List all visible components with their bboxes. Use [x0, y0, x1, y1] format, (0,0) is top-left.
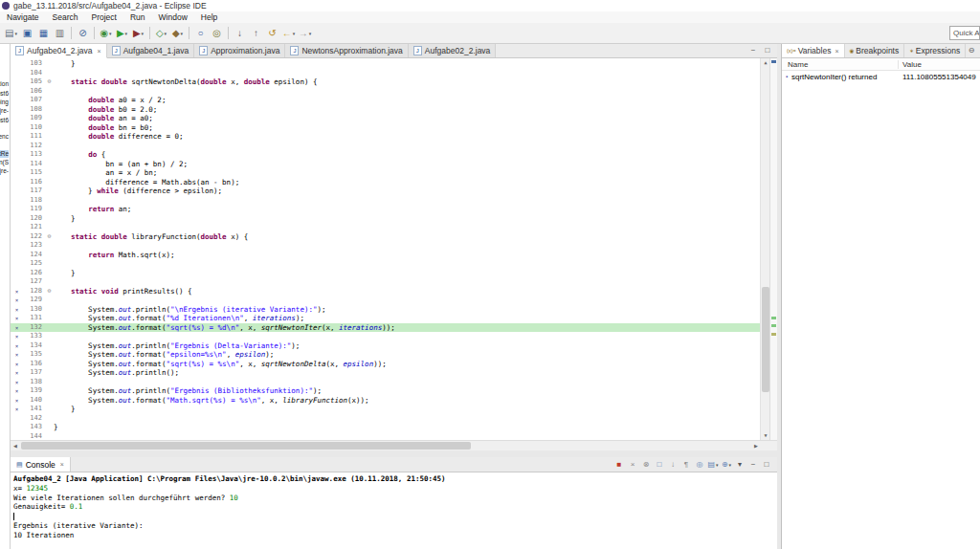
code-line-117[interactable]: 117 } while (difference > epsilon);: [11, 187, 761, 196]
tab-close-icon[interactable]: ×: [835, 48, 838, 55]
code-line-126[interactable]: 126 }: [11, 269, 761, 278]
code-line-103[interactable]: 103 }: [11, 59, 761, 69]
toolbar-new-java-class-icon[interactable]: ◇▾: [154, 26, 168, 41]
console-maximize-icon[interactable]: □: [761, 458, 772, 471]
code-line-139[interactable]: ×139 System.out.println("Ergebnis (Bibli…: [11, 386, 761, 396]
tab-close-icon[interactable]: ×: [60, 461, 64, 468]
line-marker-icon[interactable]: ×: [11, 323, 23, 333]
toolbar-new-dropdown-icon[interactable]: ▾: [14, 26, 17, 41]
left-strip-item[interactable]: hain(S: [0, 159, 9, 166]
line-marker-icon[interactable]: ×: [11, 305, 23, 315]
code-line-133[interactable]: ×133: [11, 332, 761, 341]
menu-run[interactable]: Run: [123, 12, 152, 22]
editor-minimize-icon[interactable]: −: [748, 45, 758, 56]
menu-search[interactable]: Search: [46, 12, 85, 22]
console-remove-all-launches-icon[interactable]: ⊗: [640, 458, 652, 471]
code-line-143[interactable]: 143}: [11, 423, 761, 432]
console-body[interactable]: Aufgabe04_2 [Java Application] C:\Progra…: [11, 472, 777, 549]
scroll-right-arrow-icon[interactable]: ▶: [751, 441, 761, 450]
line-marker-icon[interactable]: ×: [11, 396, 23, 406]
code-line-138[interactable]: ×138: [11, 378, 761, 387]
code-line-109[interactable]: 109 double an = a0;: [11, 114, 761, 123]
tab-aufgabe04_1-java[interactable]: JAufgabe04_1.java: [107, 44, 195, 57]
code-line-127[interactable]: 127: [11, 277, 761, 287]
editor-horizontal-scrollbar[interactable]: ◀ ▶: [11, 440, 777, 450]
toolbar-previous-annotation-icon[interactable]: ↑: [249, 26, 263, 41]
code-line-111[interactable]: 111 double difference = 0;: [11, 132, 761, 142]
code-line-137[interactable]: ×137 System.out.println();: [11, 368, 761, 378]
overview-mark[interactable]: [771, 333, 776, 336]
code-line-136[interactable]: ×136 System.out.format("sqrt(%s) = %s\n"…: [11, 360, 761, 369]
toolbar-next-annotation-icon[interactable]: ↓: [233, 26, 247, 41]
code-line-118[interactable]: 118: [11, 196, 761, 206]
toolbar-forward-icon[interactable]: →▾: [298, 26, 312, 41]
code-area[interactable]: 103 }104105⊖ static double sqrtNewtonDel…: [11, 59, 761, 440]
tab-expressions[interactable]: ∗Expressions: [904, 44, 966, 57]
code-line-128[interactable]: ×128⊖ static void printResults() {: [11, 287, 761, 296]
code-line-120[interactable]: 120 }: [11, 214, 761, 224]
code-line-113[interactable]: 113 do {: [11, 150, 761, 160]
left-strip-item[interactable]: epping: [0, 99, 9, 106]
variable-row[interactable]: ▪sqrtNewtonIter() returned111.1080555135…: [782, 71, 980, 82]
toolbar-run-dropdown-icon[interactable]: ▾: [125, 26, 128, 41]
toolbar-save-icon[interactable]: ▣: [20, 26, 34, 41]
toolbar-run-icon[interactable]: ▶▾: [115, 26, 129, 41]
code-line-121[interactable]: 121: [11, 223, 761, 232]
fold-collapse-icon[interactable]: ⊖: [45, 232, 54, 242]
tab-variables[interactable]: (x)=Variables×: [782, 44, 845, 57]
toolbar-new-java-package-icon[interactable]: ◆▾: [170, 26, 185, 41]
line-marker-icon[interactable]: ×: [11, 386, 23, 396]
quick-access-field[interactable]: Quick Acce: [949, 26, 980, 40]
code-line-119[interactable]: 119 return an;: [11, 205, 761, 214]
line-marker-icon[interactable]: ×: [11, 368, 23, 378]
console-word-wrap-icon[interactable]: ¶: [680, 458, 692, 471]
editor-body[interactable]: 103 }104105⊖ static double sqrtNewtonDel…: [11, 58, 777, 440]
toolbar-search-icon[interactable]: ◎: [210, 26, 224, 41]
code-line-107[interactable]: 107 double a0 = x / 2;: [11, 96, 761, 105]
toolbar-forward-dropdown-icon[interactable]: ▾: [309, 26, 312, 41]
toolbar-back-dropdown-icon[interactable]: ▾: [293, 26, 296, 41]
code-line-131[interactable]: ×131 System.out.format("%d Iterationen\n…: [11, 314, 761, 323]
code-line-108[interactable]: 108 double b0 = 2.0;: [11, 105, 761, 115]
left-strip-item[interactable]: host6: [0, 90, 9, 98]
toolbar-skip-all-breakpoints-icon[interactable]: ⊘: [76, 26, 90, 41]
console-remove-launch-icon[interactable]: ×: [627, 458, 638, 471]
left-strip-item[interactable]: ication: [0, 80, 9, 88]
code-line-123[interactable]: 123: [11, 241, 761, 251]
tab-aufgabe02_2-java[interactable]: JAufgabe02_2.java: [409, 44, 497, 57]
code-line-106[interactable]: 106: [11, 87, 761, 97]
left-strip-item[interactable]: rintRe: [0, 150, 9, 158]
horizontal-scrollbar-thumb[interactable]: [21, 442, 471, 450]
code-line-135[interactable]: ×135 System.out.format("epsilon=%s\n", e…: [11, 350, 761, 360]
toolbar-save-all-icon[interactable]: ▦: [36, 26, 51, 41]
menu-window[interactable]: Window: [152, 12, 194, 22]
code-line-115[interactable]: 115 an = x / bn;: [11, 168, 761, 178]
tab-newtonsapproximation-java[interactable]: JNewtonsApproximation.java: [285, 44, 408, 57]
code-line-114[interactable]: 114 bn = (an + bn) / 2;: [11, 160, 761, 169]
left-strip-item[interactable]: a\jre-: [0, 107, 9, 115]
code-line-144[interactable]: 144: [11, 432, 761, 441]
code-line-129[interactable]: ×129: [11, 296, 761, 305]
console-open-console-icon[interactable]: ⊕▾: [721, 458, 732, 471]
console-terminate-icon[interactable]: ■: [613, 458, 625, 471]
tab-aufgabe04_2-java[interactable]: JAufgabe04_2.java×: [11, 44, 107, 58]
left-strip-item[interactable]: a\jre-: [0, 167, 9, 175]
console-scroll-lock-icon[interactable]: ↓: [667, 458, 679, 471]
line-marker-icon[interactable]: ×: [11, 332, 23, 341]
toolbar-debug-icon[interactable]: ◉▾: [99, 26, 113, 41]
code-line-104[interactable]: 104: [11, 69, 761, 78]
column-header-name[interactable]: Name: [782, 60, 899, 69]
vertical-scrollbar-thumb[interactable]: [762, 287, 769, 392]
tab-close-icon[interactable]: ×: [98, 48, 101, 55]
menu-project[interactable]: Project: [85, 12, 123, 22]
console-minimize-icon[interactable]: −: [747, 458, 759, 471]
console-view-menu-icon[interactable]: ▾: [734, 458, 746, 471]
overview-mark[interactable]: [771, 317, 776, 319]
line-marker-icon[interactable]: ×: [11, 350, 23, 360]
code-line-105[interactable]: 105⊖ static double sqrtNewtonDelta(doubl…: [11, 77, 761, 87]
console-display-selected-console-icon[interactable]: ▤▾: [707, 458, 719, 471]
code-line-124[interactable]: 124 return Math.sqrt(x);: [11, 251, 761, 260]
overview-mark[interactable]: [771, 60, 776, 63]
variables-collapse-all-icon[interactable]: ⊖: [967, 45, 976, 56]
line-marker-icon[interactable]: ×: [11, 405, 23, 414]
